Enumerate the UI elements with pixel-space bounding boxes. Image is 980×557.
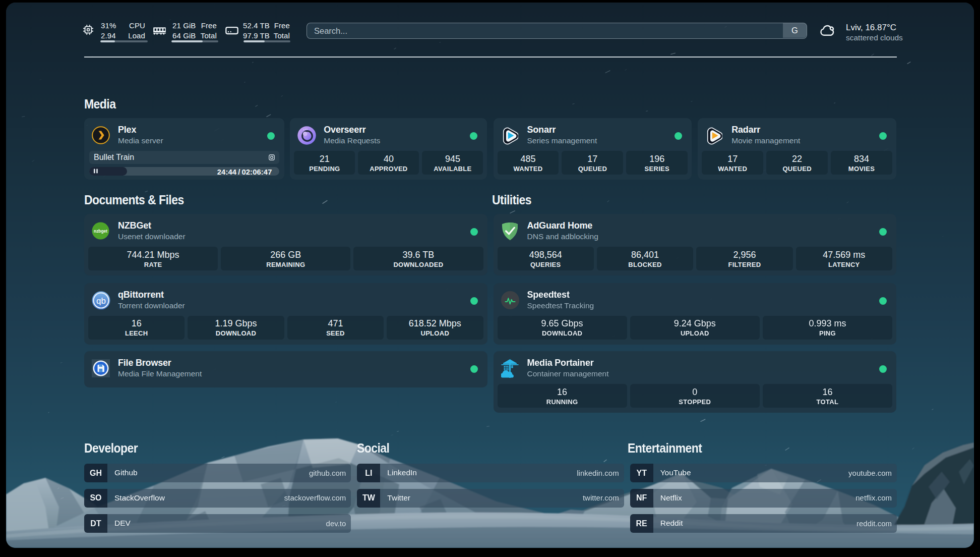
- svg-text:qb: qb: [96, 296, 106, 305]
- svg-text:nzbget: nzbget: [94, 229, 107, 234]
